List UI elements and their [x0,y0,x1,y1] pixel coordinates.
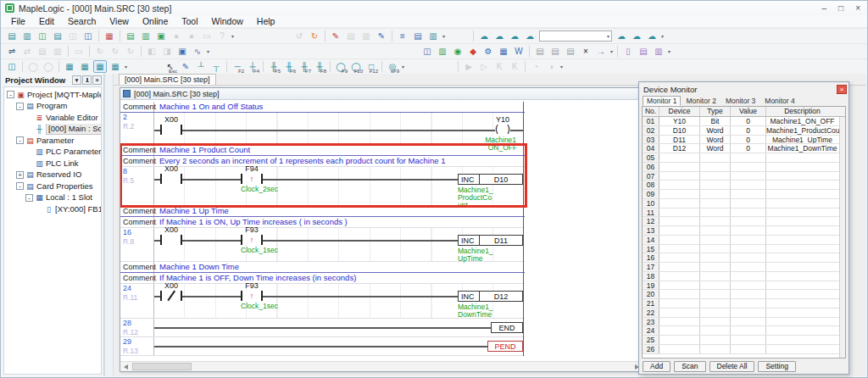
tab-monitor-1[interactable]: Monitor 1 [643,96,681,106]
contact-nc-icon[interactable]: ╫F6 [282,60,296,73]
ladder-rung-on-off[interactable]: 2 R.2 X00 Y10 () Machine1_ ON_OFF [120,113,525,145]
step-out-icon[interactable]: K [508,60,521,73]
table-row[interactable]: 10 [643,199,845,208]
table-row[interactable]: 17 [643,263,845,272]
scroll-left-icon[interactable] [120,362,131,371]
table-row[interactable]: 09 [643,190,845,199]
view-split-icon[interactable]: ▦ [108,60,122,73]
table-row[interactable]: 04 D12 Word 0 Machine1_DownTime [643,144,845,153]
table-row[interactable]: 19 [643,281,845,291]
ladder-rung-product-count[interactable]: 8 R.5 X00 F94 ↑ Clock_2sec [120,167,525,206]
register-1-icon[interactable]: ◨ [160,45,174,58]
tree-item-card-properties[interactable]: - ▤ Card Properties [4,181,101,192]
doc-usage-icon[interactable]: ▤ [533,45,547,58]
plc-target-combo[interactable] [539,31,612,42]
help-icon[interactable]: ? [215,30,229,42]
draw-tool-icon[interactable]: ✎ [179,60,192,73]
redo-icon[interactable]: ↻ [308,30,321,42]
open-file-icon[interactable]: ▥ [139,30,153,42]
watch-icon[interactable]: W [512,45,526,58]
coil-not-icon[interactable]: ◯F10 [349,60,363,73]
tree-item-main-scan[interactable]: ╫ [000] Main : Scan [4,124,101,136]
menu-item[interactable]: Online [136,16,175,26]
pause-icon[interactable]: ▷ [477,60,491,73]
table-row[interactable]: 21 [643,299,845,309]
time-chart-1-icon[interactable]: ◔ [529,60,542,73]
table-row[interactable]: 13 [643,226,845,236]
new-file-icon[interactable]: ▤ [124,30,137,42]
panel-pin-button[interactable] [82,75,92,85]
contact-down-icon[interactable]: ╫F8 [313,60,326,73]
settings-icon[interactable]: ⚙ [481,45,495,58]
tree-item-fb16[interactable]: ▯ [XY:000] FB16 In.O [4,203,101,215]
zoom-in-icon[interactable]: ◯ [26,60,40,73]
table-row[interactable]: 12 [643,217,845,226]
table-row[interactable]: 11 [643,208,845,218]
view-comment-icon[interactable]: ▦ [93,60,107,73]
plc-run-icon[interactable]: ☁ [630,30,643,42]
tree-expander-icon[interactable]: - [16,103,24,110]
contact-x00-normally-closed[interactable]: X00 [160,282,182,301]
print-icon[interactable]: ▭ [200,30,214,42]
table-row[interactable]: 15 [643,245,845,254]
device-view-icon[interactable]: ▤ [411,30,425,42]
step-in-icon[interactable]: K [492,60,506,73]
tree-item-parameter[interactable]: - ▤ Parameter [4,135,101,147]
contact-f93-rising-edge[interactable]: F93 ↑ Clock_1sec [241,282,263,310]
add-button[interactable]: Add [643,361,670,372]
doc-check-icon[interactable]: ▤ [548,45,562,58]
undo-icon[interactable]: ↺ [292,30,306,42]
open-project-icon[interactable]: ▥ [20,30,34,42]
tab-monitor-4[interactable]: Monitor 4 [760,96,798,106]
save-project-icon[interactable]: ◫ [36,30,49,42]
doc-time-icon[interactable]: ▤ [564,45,577,58]
compare-icon[interactable]: ⇄ [20,45,34,58]
trash-icon[interactable]: ▯ [621,45,635,58]
cycle-write-icon[interactable]: ↻ [108,45,122,58]
view-ladder-icon[interactable]: ▦ [63,60,76,73]
upload-icon[interactable]: ▥ [436,45,449,58]
new-project-icon[interactable]: ▤ [5,30,19,42]
split-window-icon[interactable]: ◫ [5,60,19,73]
plc-write-icon[interactable]: ☁ [492,30,506,42]
save-as-icon[interactable]: ◫ [81,30,95,42]
tile-icon[interactable]: ▣ [175,45,189,58]
ladder-rung-pend[interactable]: 29 R.13 PEND [120,337,525,356]
panel-splitter[interactable] [104,74,114,376]
convert-icon[interactable]: ▤ [36,45,49,58]
minimize-button[interactable]: – [822,4,827,13]
table-row[interactable]: 03 D11 Word 0 Machine1_UpTime [643,136,845,145]
ladder-rung-down-time[interactable]: 24 R.11 X00 F93 ↑ Clock_1sec [120,284,525,319]
plc-online-icon[interactable]: ☁ [615,30,628,42]
inc-d11-instruction[interactable]: INC D11 [458,235,523,246]
probe-up-icon[interactable]: ┴ [194,60,208,73]
vline-tool-icon[interactable]: ┼F4 [246,60,259,73]
download-icon[interactable]: ◫ [420,45,434,58]
transfer-icon[interactable]: ⇌ [5,45,19,58]
calc-icon[interactable]: ▦ [497,45,510,58]
time-chart-2-icon[interactable]: ◑ [544,60,558,73]
end-instruction[interactable]: END [491,322,523,333]
table-row[interactable]: 25 [643,336,845,345]
copy-icon[interactable]: ▤ [344,30,358,42]
horizontal-scrollbar[interactable] [120,361,639,371]
save-icon[interactable]: ◫ [66,30,80,42]
table-row[interactable]: 20 [643,290,845,299]
view-list-icon[interactable]: ▦ [78,60,92,73]
tree-expander-icon[interactable]: - [7,91,14,98]
coil-icon[interactable]: ◯F9 [334,60,348,73]
maximize-button[interactable]: □ [838,4,843,13]
tree-item-plc-parameter[interactable]: ▥ PLC Parameter [4,147,101,158]
comment-row-product-count-title[interactable]: Comment Machine 1 Product Count [120,145,525,156]
table-row[interactable]: 08 [643,181,845,190]
comment-row-down-time-title[interactable]: Comment Machine 1 Down Time [120,262,525,273]
plc-stop-icon[interactable]: ☁ [645,30,659,42]
func-box-icon[interactable]: □F12 [364,60,378,73]
comment-row-up-time-title[interactable]: Comment Machine 1 Up Time [120,206,525,217]
online-edit-icon[interactable]: ◉ [451,45,465,58]
menu-item[interactable]: Search [61,16,103,26]
ladder-document-title-bar[interactable]: [000] Main.SRC [30 step] [120,88,639,100]
check-program-icon[interactable]: ✎ [329,30,342,42]
tree-item-variable-editor[interactable]: ≣ Variable Editor [4,112,101,124]
table-row[interactable]: 23 [643,318,845,327]
